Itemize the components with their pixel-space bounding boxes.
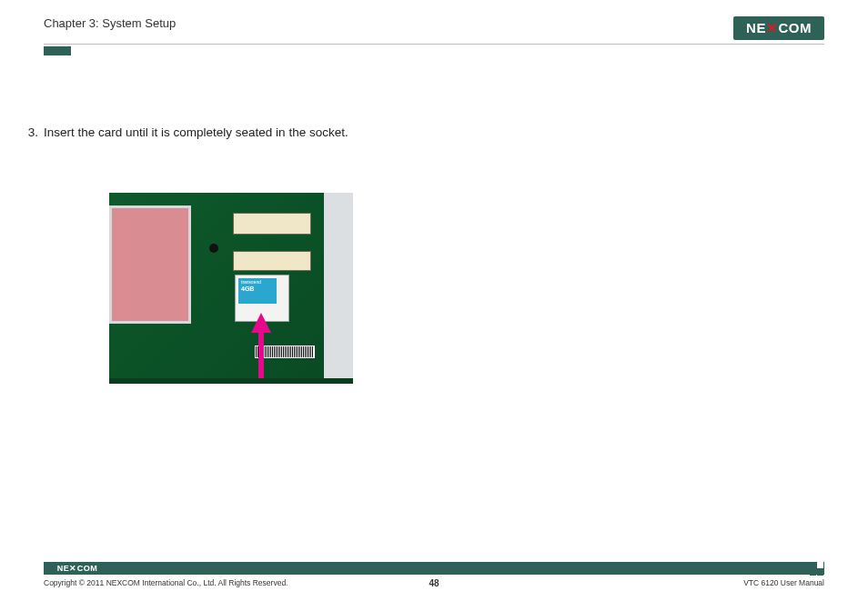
footer-text-row: Copyright © 2011 NEXCOM International Co… xyxy=(44,578,824,587)
instruction-step: 3. Insert the card until it is completel… xyxy=(24,125,348,139)
cf-card-label: transcend 4GB xyxy=(238,278,277,304)
footer-corner-icon xyxy=(810,562,824,575)
buzzer-component xyxy=(209,244,218,253)
step-number: 3. xyxy=(24,125,38,139)
step-text: Insert the card until it is completely s… xyxy=(44,125,348,139)
insertion-arrow-icon xyxy=(255,313,267,384)
thermal-pad xyxy=(109,205,191,324)
nexcom-logo: NE✕COM xyxy=(733,16,824,40)
socket-connector xyxy=(233,213,311,235)
content-area: 3. Insert the card until it is completel… xyxy=(24,125,348,139)
footer-logo: NE✕COM xyxy=(44,564,107,573)
header-tab-accent xyxy=(44,46,71,55)
logo-text: NE✕COM xyxy=(746,20,812,36)
footer-bar: NE✕COM xyxy=(44,562,824,575)
cf-capacity: 4GB xyxy=(241,285,254,293)
footer-logo-text: NE✕COM xyxy=(57,564,98,573)
chapter-title: Chapter 3: System Setup xyxy=(44,16,176,30)
cf-socket xyxy=(233,251,311,271)
chassis-edge xyxy=(324,193,353,379)
page-number: 48 xyxy=(44,578,824,588)
manual-page: Chapter 3: System Setup NE✕COM 3. Insert… xyxy=(44,16,824,595)
header-rule xyxy=(44,44,824,45)
instruction-photo: transcend 4GB xyxy=(109,193,353,384)
